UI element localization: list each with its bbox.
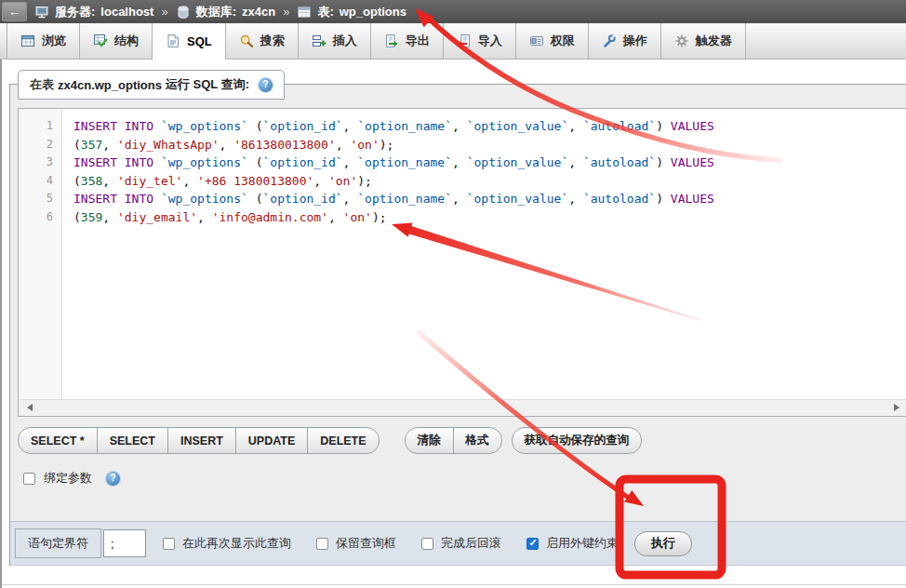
tab-label: 权限	[551, 33, 575, 49]
privileges-icon	[529, 33, 544, 48]
foreign-key-checks-checkbox[interactable]	[526, 538, 539, 550]
breadcrumb-separator: »	[153, 5, 175, 19]
breadcrumb-separator: »	[275, 5, 297, 19]
insert-button[interactable]: INSERT	[167, 427, 236, 454]
search-icon	[239, 33, 254, 48]
go-button[interactable]: 执行	[634, 531, 692, 556]
results-divider	[0, 584, 906, 585]
sql-help-icon[interactable]	[259, 78, 273, 92]
line-number: 2	[19, 136, 61, 154]
select-star-button[interactable]: SELECT *	[18, 427, 98, 454]
tab-import[interactable]: 导入	[444, 23, 516, 59]
line-number: 5	[19, 190, 61, 208]
sql-editor[interactable]: 123456 INSERT INTO `wp_options` (`option…	[18, 108, 906, 417]
breadcrumb-value[interactable]: wp_options	[340, 5, 406, 19]
legend-table-name: zx4cn.wp_options	[58, 78, 162, 92]
browse-icon	[20, 33, 35, 48]
query-actions-row: SELECT *SELECTINSERTUPDATEDELETE 清除格式 获取…	[18, 427, 642, 454]
triggers-icon	[674, 33, 689, 48]
select-button[interactable]: SELECT	[97, 427, 168, 454]
tab-browse[interactable]: 浏览	[7, 23, 80, 59]
tab-search[interactable]: 搜索	[226, 23, 299, 59]
query-options-bar: 语句定界符 在此再次显示此查询保留查询框完成后回滚启用外键约束 执行	[10, 521, 906, 566]
foreign-key-checks-label: 启用外键约束	[546, 535, 619, 552]
tab-triggers[interactable]: 触发器	[661, 23, 746, 59]
tab-structure[interactable]: 结构	[80, 23, 153, 59]
clear-button[interactable]: 清除	[405, 427, 454, 454]
structure-icon	[93, 33, 108, 48]
rollback-option: 完成后回滚	[421, 535, 501, 552]
line-number: 4	[19, 172, 61, 191]
breadcrumb: ← 服务器:localhost»数据库:zx4cn»表:wp_options	[0, 0, 906, 23]
editor-horizontal-scrollbar[interactable]	[19, 399, 906, 416]
sql-code-line: INSERT INTO `wp_options` (`option_id`, `…	[73, 117, 906, 136]
bind-parameters-checkbox[interactable]	[23, 473, 35, 485]
breadcrumb-label: 表:	[317, 4, 333, 20]
breadcrumb-item: 数据库:zx4cn	[176, 4, 275, 20]
table-icon	[297, 5, 312, 20]
breadcrumb-item: 表:wp_options	[297, 4, 406, 20]
retain-query-box-label: 保留查询框	[336, 535, 396, 552]
legend-suffix: 运行 SQL 查询:	[166, 76, 249, 93]
tab-label: 触发器	[696, 33, 732, 49]
breadcrumb-value[interactable]: localhost	[100, 5, 153, 19]
delete-button[interactable]: DELETE	[307, 427, 379, 454]
sql-code-line: (359, 'diy_email', 'info@admin.com', 'on…	[73, 208, 906, 227]
show-query-again-option: 在此再次显示此查询	[163, 535, 291, 552]
sql-code-line: (357, 'diy_WhatsApp', '861380013800', 'o…	[73, 136, 906, 154]
rollback-label: 完成后回滚	[441, 535, 501, 552]
sql-code-line: INSERT INTO `wp_options` (`option_id`, `…	[73, 190, 906, 208]
breadcrumb-label: 数据库:	[196, 4, 236, 20]
query-box-legend: 在表 zx4cn.wp_options 运行 SQL 查询:	[18, 70, 285, 100]
foreign-key-checks-option: 启用外键约束	[526, 535, 619, 552]
tab-label: 搜索	[260, 33, 285, 49]
breadcrumb-label: 服务器:	[55, 4, 95, 20]
scroll-left-icon[interactable]	[27, 404, 33, 411]
line-number: 1	[19, 117, 61, 136]
tab-privileges[interactable]: 权限	[516, 23, 589, 59]
show-query-again-checkbox[interactable]	[163, 538, 175, 550]
delimiter-label: 语句定界符	[15, 528, 101, 558]
tab-label: 结构	[114, 33, 139, 49]
operations-icon	[602, 33, 617, 48]
show-query-again-label: 在此再次显示此查询	[182, 535, 291, 552]
editor-line-numbers: 123456	[19, 109, 62, 400]
breadcrumb-value[interactable]: zx4cn	[242, 5, 275, 19]
rollback-checkbox[interactable]	[421, 538, 433, 550]
tab-insert[interactable]: 插入	[299, 23, 371, 59]
get-auto-saved-query-button[interactable]: 获取自动保存的查询	[512, 427, 643, 454]
query-fieldset: 在表 zx4cn.wp_options 运行 SQL 查询: 123456 IN…	[9, 84, 906, 566]
tab-export[interactable]: 导出	[371, 23, 444, 59]
line-number: 6	[19, 208, 61, 227]
insert-icon	[312, 33, 326, 48]
bind-parameters-help-icon[interactable]	[106, 472, 120, 486]
bind-parameters-label: 绑定参数	[44, 470, 92, 487]
tab-label: SQL	[187, 34, 212, 48]
tab-operations[interactable]: 操作	[589, 23, 661, 59]
retain-query-box-checkbox[interactable]	[316, 538, 328, 550]
sql-code-line: (358, 'diy_tel', '+86 1380013800', 'on')…	[73, 172, 906, 191]
tab-bar-filler	[746, 23, 906, 59]
delimiter-input[interactable]	[103, 529, 146, 557]
tab-sql[interactable]: SQL	[153, 23, 226, 60]
import-icon	[457, 33, 472, 48]
tab-label: 插入	[333, 33, 357, 49]
back-button[interactable]: ←	[2, 2, 27, 21]
line-number: 3	[19, 154, 61, 172]
tab-label: 浏览	[42, 33, 66, 49]
sql-code-line: INSERT INTO `wp_options` (`option_id`, `…	[73, 154, 906, 172]
breadcrumb-item: 服务器:localhost	[34, 4, 153, 20]
window-left-edge	[0, 23, 2, 588]
legend-prefix: 在表	[30, 76, 54, 93]
update-button[interactable]: UPDATE	[235, 427, 308, 454]
format-button[interactable]: 格式	[453, 427, 502, 454]
retain-query-box-option: 保留查询框	[316, 535, 396, 552]
tab-label: 操作	[623, 33, 647, 49]
bind-parameters-row: 绑定参数	[23, 470, 120, 487]
scroll-right-icon[interactable]	[894, 404, 899, 411]
sql-icon	[166, 33, 180, 48]
database-icon	[176, 5, 191, 20]
export-icon	[384, 33, 399, 48]
editor-code[interactable]: INSERT INTO `wp_options` (`option_id`, `…	[63, 109, 906, 400]
tab-label: 导出	[406, 33, 430, 49]
